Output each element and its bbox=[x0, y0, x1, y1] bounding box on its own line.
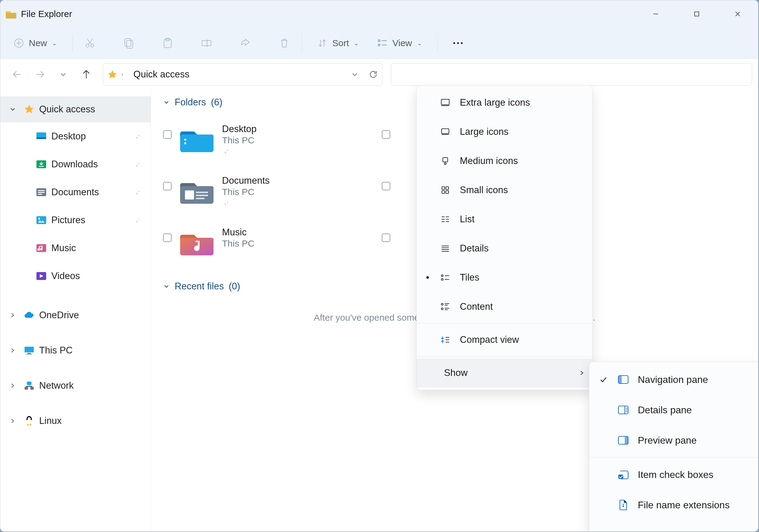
recent-count: (0) bbox=[229, 281, 240, 292]
new-label: New bbox=[29, 38, 47, 48]
menu-item-extra-large[interactable]: Extra large icons bbox=[417, 88, 592, 117]
forward-button[interactable] bbox=[29, 64, 51, 85]
medium-icon bbox=[440, 157, 451, 165]
rename-icon[interactable] bbox=[201, 38, 212, 48]
paste-icon[interactable] bbox=[163, 38, 173, 48]
submenu-navigation-pane[interactable]: Navigation pane bbox=[589, 364, 758, 395]
menu-item-tiles[interactable]: • Tiles bbox=[417, 263, 592, 292]
sidebar-item-music[interactable]: Music bbox=[0, 234, 151, 262]
menu-item-compact[interactable]: Compact view bbox=[417, 325, 592, 354]
svg-rect-29 bbox=[24, 387, 28, 390]
view-label: View bbox=[392, 38, 412, 48]
chevron-down-icon[interactable] bbox=[351, 71, 358, 78]
submenu-preview-pane[interactable]: Preview pane bbox=[589, 425, 758, 455]
checkbox[interactable] bbox=[382, 130, 390, 139]
checkbox[interactable] bbox=[163, 130, 172, 139]
large-icon bbox=[440, 128, 451, 135]
menu-item-medium[interactable]: Medium icons bbox=[417, 146, 592, 175]
sidebar-label: OneDrive bbox=[39, 310, 79, 321]
sidebar-item-videos[interactable]: Videos bbox=[0, 262, 151, 290]
preview-pane-icon bbox=[617, 436, 629, 445]
new-button[interactable]: New ⌄ bbox=[11, 36, 60, 50]
desktop-folder-icon bbox=[180, 126, 214, 153]
svg-rect-52 bbox=[446, 191, 449, 193]
submenu-file-extensions[interactable]: File name extensions bbox=[589, 490, 758, 520]
back-button[interactable] bbox=[6, 64, 28, 85]
sidebar-label: Network bbox=[39, 380, 74, 391]
minimize-button[interactable] bbox=[635, 0, 676, 28]
checkbox[interactable] bbox=[382, 234, 390, 242]
sidebar-item-desktop[interactable]: Desktop bbox=[0, 122, 151, 150]
close-button[interactable] bbox=[717, 0, 758, 28]
svg-rect-35 bbox=[184, 139, 186, 140]
checkbox[interactable] bbox=[382, 182, 390, 190]
svg-rect-5 bbox=[127, 40, 133, 48]
submenu-hidden-items[interactable]: Hidden items bbox=[589, 520, 758, 532]
svg-rect-26 bbox=[27, 353, 31, 354]
submenu-label: Hidden items bbox=[638, 530, 695, 532]
svg-rect-39 bbox=[196, 192, 208, 193]
sidebar-item-documents[interactable]: Documents bbox=[0, 178, 151, 206]
cut-icon[interactable] bbox=[85, 38, 95, 48]
tile-desktop[interactable]: Desktop This PC bbox=[163, 117, 370, 166]
submenu-item-check-boxes[interactable]: Item check boxes bbox=[589, 459, 758, 490]
menu-item-show[interactable]: Show bbox=[417, 358, 592, 388]
refresh-icon[interactable] bbox=[369, 70, 378, 79]
submenu-label: File name extensions bbox=[638, 500, 730, 511]
menu-item-list[interactable]: List bbox=[417, 205, 592, 234]
menu-item-large[interactable]: Large icons bbox=[417, 117, 592, 146]
up-button[interactable] bbox=[76, 64, 97, 85]
breadcrumb[interactable]: Quick access bbox=[127, 69, 195, 80]
copy-icon[interactable] bbox=[124, 38, 134, 48]
explorer-window: File Explorer New ⌄ bbox=[0, 0, 758, 532]
svg-rect-28 bbox=[27, 382, 31, 385]
tile-music[interactable]: Music This PC bbox=[163, 220, 370, 269]
menu-item-small[interactable]: Small icons bbox=[417, 175, 592, 205]
svg-rect-62 bbox=[619, 475, 623, 479]
chevron-right-icon bbox=[579, 370, 584, 376]
svg-rect-47 bbox=[443, 158, 448, 162]
sidebar-quick-access[interactable]: Quick access bbox=[0, 96, 151, 122]
chevron-right-icon[interactable] bbox=[9, 347, 19, 354]
sort-button[interactable]: Sort ⌄ bbox=[314, 36, 362, 50]
details-icon bbox=[440, 245, 451, 252]
view-button[interactable]: View ⌄ bbox=[374, 36, 425, 50]
recent-locations-button[interactable] bbox=[53, 64, 74, 85]
checkbox[interactable] bbox=[163, 234, 172, 242]
submenu-details-pane[interactable]: Details pane bbox=[589, 395, 758, 425]
svg-point-10 bbox=[378, 44, 380, 46]
sidebar-onedrive[interactable]: OneDrive bbox=[0, 302, 151, 328]
svg-rect-40 bbox=[196, 195, 208, 196]
pin-icon bbox=[134, 161, 140, 168]
svg-point-33 bbox=[28, 417, 31, 420]
svg-point-11 bbox=[453, 42, 455, 44]
chevron-right-icon[interactable] bbox=[9, 312, 19, 318]
sidebar-linux[interactable]: Linux bbox=[0, 408, 151, 434]
chevron-down-icon[interactable] bbox=[9, 106, 19, 113]
tile-documents[interactable]: Documents This PC bbox=[163, 169, 370, 217]
sidebar-item-pictures[interactable]: Pictures bbox=[0, 206, 151, 234]
chevron-right-icon[interactable] bbox=[9, 383, 19, 389]
sidebar-item-downloads[interactable]: Downloads bbox=[0, 150, 151, 178]
delete-icon[interactable] bbox=[279, 38, 290, 48]
maximize-button[interactable] bbox=[676, 0, 717, 28]
more-button[interactable] bbox=[450, 36, 466, 50]
toolbar: New ⌄ bbox=[0, 28, 758, 59]
sidebar-network[interactable]: Network bbox=[0, 373, 151, 399]
svg-rect-44 bbox=[441, 105, 449, 106]
submenu-label: Item check boxes bbox=[638, 469, 713, 480]
videos-folder-icon bbox=[36, 271, 47, 281]
svg-point-2 bbox=[86, 44, 89, 47]
menu-item-details[interactable]: Details bbox=[417, 234, 592, 263]
address-bar[interactable]: › Quick access bbox=[103, 63, 382, 86]
menu-item-content[interactable]: Content bbox=[417, 292, 592, 321]
search-box[interactable] bbox=[391, 63, 752, 86]
view-menu: Extra large icons Large icons Medium ico… bbox=[417, 85, 593, 390]
checkbox[interactable] bbox=[163, 182, 172, 190]
svg-rect-58 bbox=[619, 376, 622, 384]
sidebar-this-pc[interactable]: This PC bbox=[0, 337, 151, 363]
chevron-right-icon[interactable] bbox=[9, 418, 19, 424]
window-title: File Explorer bbox=[21, 9, 72, 19]
share-icon[interactable] bbox=[240, 38, 251, 48]
svg-rect-20 bbox=[38, 194, 42, 195]
